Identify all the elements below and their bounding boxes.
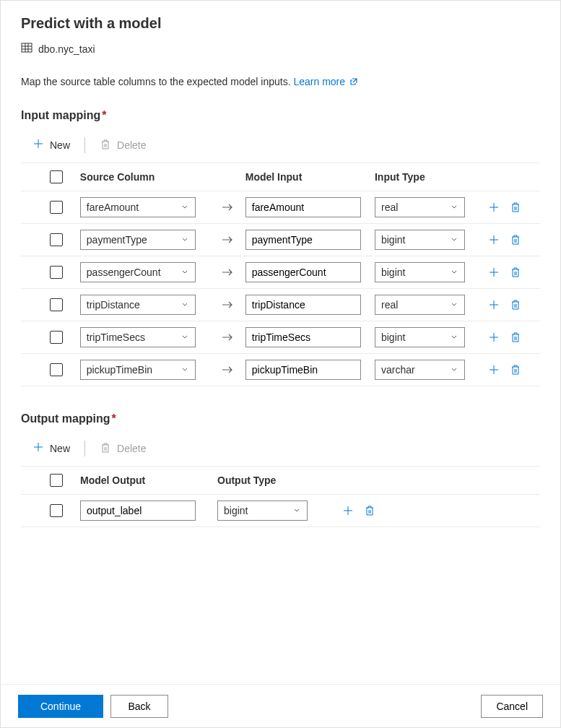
input-type-value: real [381,299,398,311]
delete-row-button[interactable] [364,505,375,516]
delete-row-button[interactable] [510,299,521,311]
new-button-label: New [50,139,70,151]
row-checkbox[interactable] [50,201,63,214]
model-input-field[interactable] [245,327,361,347]
back-button[interactable]: Back [110,695,168,718]
add-row-button[interactable] [488,202,500,213]
output-table-header: Model Output Output Type [21,466,540,495]
output-mapping-table: Model Output Output Type bigint [21,466,540,527]
source-column-value: tripTimeSecs [87,332,145,343]
input-type-select[interactable]: bigint [375,327,465,347]
new-button[interactable]: New [27,135,76,155]
row-checkbox[interactable] [50,298,63,311]
arrow-icon [209,332,245,342]
delete-button: Delete [94,439,152,459]
continue-button[interactable]: Continue [18,695,103,718]
delete-row-button[interactable] [510,234,521,246]
source-column-select[interactable]: fareAmount [80,197,196,217]
table-icon [21,42,32,56]
model-input-field[interactable] [245,262,361,282]
model-input-field[interactable] [245,197,361,217]
toolbar-divider [84,137,85,153]
table-row: pickupTimeBinvarchar [21,354,540,386]
row-checkbox[interactable] [50,331,63,344]
chevron-down-icon [450,332,458,343]
source-table-row: dbo.nyc_taxi [21,42,540,56]
row-checkbox[interactable] [50,504,63,517]
header-model-input: Model Input [245,171,375,183]
add-row-button[interactable] [488,299,500,311]
input-mapping-heading: Input mapping* [21,109,540,122]
source-column-value: fareAmount [87,202,139,213]
footer: Continue Back Cancel [1,684,560,727]
table-row: tripTimeSecsbigint [21,321,540,354]
input-type-value: varchar [381,364,415,376]
chevron-down-icon [181,266,189,278]
output-type-value: bigint [224,505,248,516]
add-row-button[interactable] [488,332,500,343]
chevron-down-icon [181,299,189,311]
input-type-value: bigint [381,266,405,278]
delete-button-label: Delete [117,139,146,151]
delete-row-button[interactable] [510,202,521,213]
row-checkbox[interactable] [50,233,63,246]
add-row-button[interactable] [488,234,500,246]
input-table-header: Source Column Model Input Input Type [21,162,540,191]
delete-row-button[interactable] [510,332,521,343]
source-column-select[interactable]: tripTimeSecs [80,327,196,347]
input-type-select[interactable]: bigint [375,262,465,282]
source-column-select[interactable]: tripDistance [80,295,196,315]
plus-icon [32,441,44,456]
chevron-down-icon [181,364,189,376]
model-input-field[interactable] [245,360,361,380]
model-output-field[interactable] [80,500,196,521]
chevron-down-icon [450,234,458,246]
input-mapping-table: Source Column Model Input Input Type far… [21,162,540,386]
input-type-select[interactable]: bigint [375,230,465,250]
svg-rect-0 [22,43,32,52]
input-type-value: real [381,202,398,213]
learn-more-link[interactable]: Learn more [293,76,357,87]
row-checkbox[interactable] [50,266,63,279]
external-link-icon [348,76,358,87]
learn-more-label: Learn more [293,76,345,87]
delete-row-button[interactable] [510,266,521,278]
chevron-down-icon [181,332,189,343]
trash-icon [100,442,111,456]
source-column-value: pickupTimeBin [87,364,152,376]
cancel-button[interactable]: Cancel [481,695,543,718]
output-toolbar: New Delete [21,434,540,466]
model-input-field[interactable] [245,230,361,250]
add-row-button[interactable] [488,364,500,376]
plus-icon [32,138,44,152]
row-checkbox[interactable] [50,363,63,376]
select-all-checkbox[interactable] [50,170,63,183]
description-text: Map the source table columns to the expe… [21,76,291,87]
source-column-select[interactable]: passengerCount [80,262,196,282]
select-all-checkbox[interactable] [50,474,63,487]
input-type-select[interactable]: real [375,295,465,315]
new-button[interactable]: New [27,438,76,459]
new-button-label: New [50,443,70,454]
source-column-select[interactable]: paymentType [80,230,196,250]
input-type-select[interactable]: varchar [375,360,465,380]
table-row: tripDistancereal [21,289,540,321]
chevron-down-icon [181,202,189,213]
input-type-value: bigint [381,234,405,246]
source-column-select[interactable]: pickupTimeBin [80,360,196,380]
add-row-button[interactable] [488,266,500,278]
chevron-down-icon [181,234,189,246]
output-type-select[interactable]: bigint [217,500,308,521]
delete-row-button[interactable] [510,364,521,376]
input-mapping-label: Input mapping [21,109,100,121]
delete-button: Delete [94,136,152,155]
header-input-type: Input Type [375,171,475,183]
delete-button-label: Delete [117,443,146,454]
chevron-down-icon [292,505,301,516]
input-type-select[interactable]: real [375,197,465,217]
chevron-down-icon [450,364,458,376]
header-source-column: Source Column [80,171,209,183]
output-mapping-heading: Output mapping* [21,412,540,425]
add-row-button[interactable] [342,505,354,516]
model-input-field[interactable] [245,295,361,315]
